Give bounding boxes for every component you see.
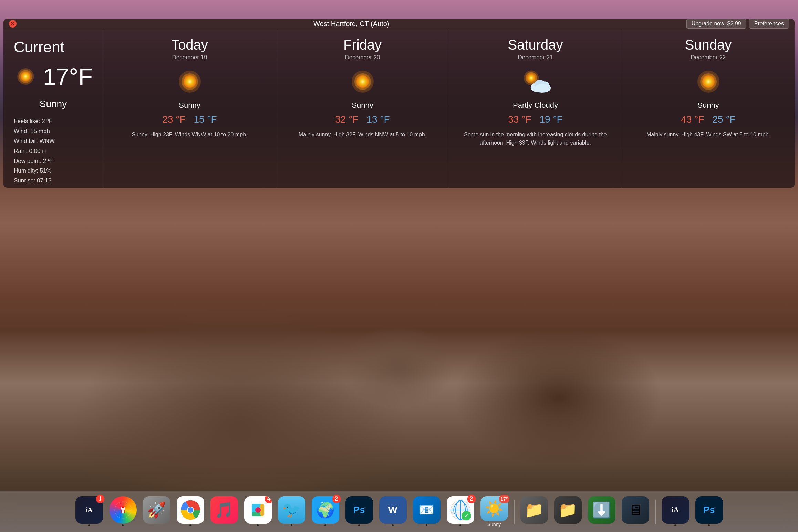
forecast-saturday-low: 19 °F bbox=[540, 114, 563, 125]
current-title: Current bbox=[14, 39, 93, 56]
svg-point-2 bbox=[21, 72, 30, 81]
forecast-saturday-temps: 33 °F 19 °F bbox=[508, 114, 562, 125]
forecast-friday-temps: 32 °F 13 °F bbox=[335, 114, 390, 125]
dock-item-ps2[interactable]: Ps bbox=[694, 496, 725, 527]
dock-item-slack[interactable]: 4 bbox=[242, 496, 273, 527]
dew-point: Dew point: 2 ºF bbox=[14, 156, 93, 166]
forecast-today-temps: 23 °F 15 °F bbox=[162, 114, 217, 125]
dock-dot-tweetbot bbox=[291, 524, 292, 526]
dock-dot-outlook bbox=[426, 524, 427, 526]
svg-point-5 bbox=[184, 75, 196, 88]
forecast-friday-icon bbox=[345, 68, 380, 95]
dock-dot-ia2 bbox=[674, 524, 676, 526]
forecast-saturday-high: 33 °F bbox=[508, 114, 531, 125]
forecast-sunday-date: December 22 bbox=[691, 54, 726, 61]
weather-widget: ✕ West Hartford, CT (Auto) Upgrade now: … bbox=[3, 19, 795, 188]
dock-dot-slack bbox=[257, 524, 259, 526]
location-title: West Hartford, CT (Auto) bbox=[313, 20, 389, 28]
forecast-friday-high: 32 °F bbox=[335, 114, 358, 125]
forecast-panels: Today December 19 bbox=[103, 29, 795, 188]
forecast-sunday-condition: Sunny bbox=[697, 101, 719, 110]
forecast-friday-day: Friday bbox=[343, 37, 382, 53]
current-panel: Current bbox=[3, 29, 103, 188]
upgrade-button[interactable]: Upgrade now: $2.99 bbox=[686, 19, 746, 29]
dock-item-folder1[interactable]: 📁 bbox=[519, 496, 550, 527]
dock-dot-ps2 bbox=[708, 524, 710, 526]
weather-label: Sunny bbox=[487, 522, 501, 527]
svg-point-16 bbox=[535, 84, 551, 93]
forecast-friday: Friday December 20 bbox=[276, 29, 449, 188]
close-button[interactable]: ✕ bbox=[9, 20, 17, 28]
forecast-saturday-date: December 21 bbox=[518, 54, 553, 61]
dock-item-music[interactable]: 🎵 bbox=[209, 496, 240, 527]
forecast-friday-description: Mainly sunny. High 32F. Winds NNW at 5 t… bbox=[299, 131, 426, 139]
dock-item-opendns[interactable]: 2 ✓ bbox=[445, 496, 476, 527]
svg-point-8 bbox=[356, 75, 369, 88]
dock-item-outlook[interactable]: 📧 bbox=[411, 496, 442, 527]
dock-item-tweetdeck[interactable]: 2 🌍 bbox=[310, 496, 341, 527]
forecast-today-icon bbox=[173, 68, 207, 95]
forecast-friday-condition: Sunny bbox=[352, 101, 373, 110]
dock-dot-safari bbox=[122, 524, 124, 526]
dock-item-rocket[interactable]: 🚀 bbox=[141, 496, 172, 527]
dock-separator-2 bbox=[655, 500, 656, 524]
dock-item-weather[interactable]: 17° ☀️ Sunny bbox=[479, 496, 510, 527]
terrain-overlay bbox=[0, 181, 798, 491]
svg-point-19 bbox=[702, 75, 715, 88]
current-details: Feels like: 2 ºF Wind: 15 mph Wind Dir: … bbox=[14, 116, 93, 188]
current-temperature: 17°F bbox=[43, 63, 93, 90]
forecast-saturday-icon bbox=[518, 68, 553, 95]
dock-item-chrome[interactable] bbox=[175, 496, 206, 527]
dock-item-safari[interactable] bbox=[107, 496, 138, 527]
forecast-saturday-condition: Partly Cloudy bbox=[513, 101, 558, 110]
dock-item-tweetbot[interactable]: 🐦 bbox=[276, 496, 307, 527]
forecast-sunday: Sunday December 22 bbox=[622, 29, 795, 188]
ia-writer-badge: 1 bbox=[96, 495, 104, 503]
dock-item-folder2[interactable]: 📁 bbox=[552, 496, 583, 527]
tweetdeck-badge: 2 bbox=[332, 495, 341, 503]
forecast-saturday-day: Saturday bbox=[508, 37, 563, 53]
feels-like: Feels like: 2 ºF bbox=[14, 116, 93, 126]
dock-item-word[interactable]: W bbox=[377, 496, 408, 527]
dock-dot-tweetdeck bbox=[324, 524, 326, 526]
dock-dot-chrome bbox=[189, 524, 191, 526]
svg-point-27 bbox=[188, 507, 193, 513]
current-main: 17°F bbox=[14, 63, 93, 90]
rain: Rain: 0.00 in bbox=[14, 146, 93, 156]
slack-badge: 4 bbox=[265, 496, 272, 503]
forecast-saturday: Saturday December 21 bbox=[449, 29, 622, 188]
sunrise: Sunrise: 07:13 bbox=[14, 176, 93, 186]
forecast-sunday-day: Sunday bbox=[685, 37, 732, 53]
forecast-sunday-low: 25 °F bbox=[713, 114, 736, 125]
svg-text:✓: ✓ bbox=[464, 513, 468, 519]
forecast-sunday-description: Mainly sunny. High 43F. Winds SW at 5 to… bbox=[646, 131, 770, 139]
forecast-friday-date: December 20 bbox=[345, 54, 380, 61]
dock-item-ia2[interactable]: iA bbox=[660, 496, 691, 527]
forecast-today-date: December 19 bbox=[172, 54, 207, 61]
dock-dot-ia bbox=[88, 524, 90, 526]
forecast-saturday-description: Some sun in the morning with increasing … bbox=[456, 131, 615, 147]
current-condition: Sunny bbox=[14, 98, 93, 109]
forecast-today-description: Sunny. High 23F. Winds WNW at 10 to 20 m… bbox=[132, 131, 248, 139]
dock-item-photoshop[interactable]: Ps bbox=[344, 496, 375, 527]
forecast-sunday-high: 43 °F bbox=[681, 114, 704, 125]
forecast-today: Today December 19 bbox=[103, 29, 276, 188]
forecast-friday-low: 13 °F bbox=[367, 114, 390, 125]
forecast-sunday-icon bbox=[691, 68, 726, 95]
opendns-badge: 2 bbox=[467, 495, 476, 503]
dock-dot-word bbox=[392, 524, 394, 526]
dock-item-screen[interactable]: 🖥 bbox=[620, 496, 651, 527]
dock-separator bbox=[514, 500, 515, 524]
current-sun-icon bbox=[14, 63, 38, 90]
svg-point-11 bbox=[527, 74, 535, 82]
dock-item-ia-writer[interactable]: 1 iA bbox=[74, 496, 105, 527]
preferences-button[interactable]: Preferences bbox=[749, 19, 789, 29]
header-buttons: Upgrade now: $2.99 Preferences bbox=[686, 19, 789, 29]
dock: 1 iA 🚀 bbox=[0, 491, 798, 532]
widget-header: ✕ West Hartford, CT (Auto) Upgrade now: … bbox=[3, 19, 795, 29]
dock-item-downloads[interactable]: ⬇️ bbox=[586, 496, 617, 527]
weather-content: Current bbox=[3, 29, 795, 188]
dock-dot-opendns bbox=[459, 524, 461, 526]
forecast-today-high: 23 °F bbox=[162, 114, 185, 125]
sunset: Sunset: 04:22 bbox=[14, 186, 93, 188]
